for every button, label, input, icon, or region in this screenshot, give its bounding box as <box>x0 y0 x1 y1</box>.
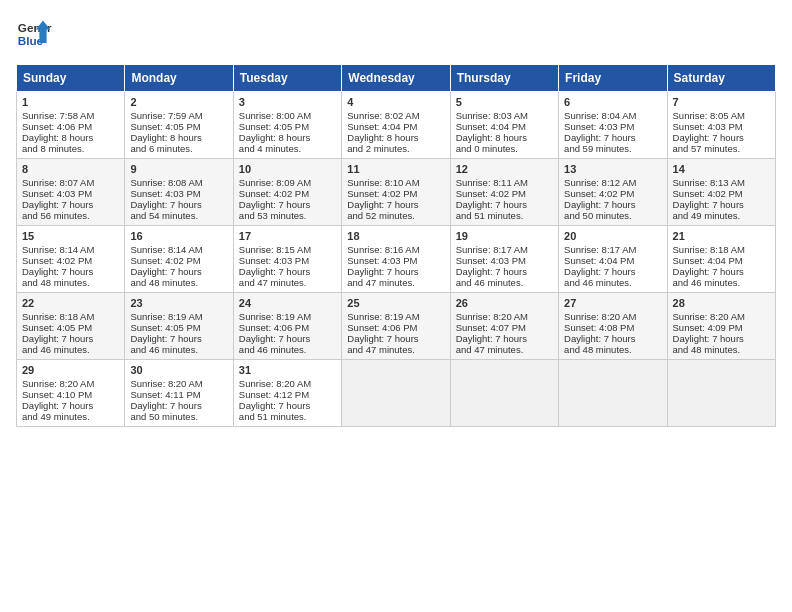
calendar-week-4: 22Sunrise: 8:18 AMSunset: 4:05 PMDayligh… <box>17 293 776 360</box>
day-number: 12 <box>456 163 553 175</box>
day-info-line: Sunset: 4:09 PM <box>673 322 770 333</box>
day-info-line: Sunrise: 8:20 AM <box>130 378 227 389</box>
day-info-line: Daylight: 7 hours <box>673 333 770 344</box>
day-info-line: Daylight: 7 hours <box>130 266 227 277</box>
calendar-cell: 27Sunrise: 8:20 AMSunset: 4:08 PMDayligh… <box>559 293 667 360</box>
calendar-cell: 9Sunrise: 8:08 AMSunset: 4:03 PMDaylight… <box>125 159 233 226</box>
day-info-line: and 51 minutes. <box>456 210 553 221</box>
day-number: 29 <box>22 364 119 376</box>
calendar-cell: 17Sunrise: 8:15 AMSunset: 4:03 PMDayligh… <box>233 226 341 293</box>
day-info-line: Sunrise: 8:04 AM <box>564 110 661 121</box>
calendar-cell: 26Sunrise: 8:20 AMSunset: 4:07 PMDayligh… <box>450 293 558 360</box>
day-number: 5 <box>456 96 553 108</box>
day-info-line: Daylight: 7 hours <box>22 400 119 411</box>
calendar-cell: 28Sunrise: 8:20 AMSunset: 4:09 PMDayligh… <box>667 293 775 360</box>
day-info-line: Daylight: 7 hours <box>564 132 661 143</box>
day-info-line: Daylight: 7 hours <box>673 266 770 277</box>
day-number: 7 <box>673 96 770 108</box>
day-info-line: Sunset: 4:11 PM <box>130 389 227 400</box>
day-info-line: Sunrise: 8:20 AM <box>22 378 119 389</box>
day-number: 4 <box>347 96 444 108</box>
calendar-cell: 10Sunrise: 8:09 AMSunset: 4:02 PMDayligh… <box>233 159 341 226</box>
calendar-cell: 4Sunrise: 8:02 AMSunset: 4:04 PMDaylight… <box>342 92 450 159</box>
day-info-line: Daylight: 7 hours <box>239 333 336 344</box>
day-info-line: Sunrise: 8:19 AM <box>239 311 336 322</box>
calendar-cell: 3Sunrise: 8:00 AMSunset: 4:05 PMDaylight… <box>233 92 341 159</box>
day-info-line: and 59 minutes. <box>564 143 661 154</box>
day-number: 17 <box>239 230 336 242</box>
calendar-cell: 16Sunrise: 8:14 AMSunset: 4:02 PMDayligh… <box>125 226 233 293</box>
calendar-cell: 15Sunrise: 8:14 AMSunset: 4:02 PMDayligh… <box>17 226 125 293</box>
calendar-cell: 19Sunrise: 8:17 AMSunset: 4:03 PMDayligh… <box>450 226 558 293</box>
day-number: 23 <box>130 297 227 309</box>
day-info-line: Sunset: 4:03 PM <box>456 255 553 266</box>
day-header-friday: Friday <box>559 65 667 92</box>
day-info-line: and 46 minutes. <box>673 277 770 288</box>
day-info-line: Sunrise: 8:10 AM <box>347 177 444 188</box>
day-info-line: Sunset: 4:02 PM <box>239 188 336 199</box>
day-info-line: and 48 minutes. <box>22 277 119 288</box>
calendar-cell <box>450 360 558 427</box>
day-info-line: and 0 minutes. <box>456 143 553 154</box>
calendar-cell: 5Sunrise: 8:03 AMSunset: 4:04 PMDaylight… <box>450 92 558 159</box>
day-info-line: Daylight: 7 hours <box>564 333 661 344</box>
day-info-line: Sunrise: 8:17 AM <box>456 244 553 255</box>
day-info-line: Sunset: 4:07 PM <box>456 322 553 333</box>
calendar-week-1: 1Sunrise: 7:58 AMSunset: 4:06 PMDaylight… <box>17 92 776 159</box>
calendar-cell: 24Sunrise: 8:19 AMSunset: 4:06 PMDayligh… <box>233 293 341 360</box>
day-header-wednesday: Wednesday <box>342 65 450 92</box>
day-info-line: Daylight: 8 hours <box>347 132 444 143</box>
day-info-line: Sunset: 4:04 PM <box>673 255 770 266</box>
day-info-line: Daylight: 7 hours <box>22 199 119 210</box>
day-info-line: Daylight: 7 hours <box>564 199 661 210</box>
day-info-line: Sunset: 4:04 PM <box>347 121 444 132</box>
day-info-line: Daylight: 7 hours <box>456 333 553 344</box>
day-info-line: Sunset: 4:06 PM <box>347 322 444 333</box>
day-info-line: Sunset: 4:02 PM <box>347 188 444 199</box>
day-info-line: Sunset: 4:05 PM <box>239 121 336 132</box>
day-info-line: Daylight: 7 hours <box>239 266 336 277</box>
day-info-line: Sunrise: 8:03 AM <box>456 110 553 121</box>
calendar-cell: 6Sunrise: 8:04 AMSunset: 4:03 PMDaylight… <box>559 92 667 159</box>
day-number: 31 <box>239 364 336 376</box>
day-info-line: Sunset: 4:05 PM <box>130 121 227 132</box>
day-info-line: and 48 minutes. <box>673 344 770 355</box>
day-info-line: Daylight: 7 hours <box>564 266 661 277</box>
day-info-line: and 47 minutes. <box>347 277 444 288</box>
day-info-line: Sunset: 4:05 PM <box>130 322 227 333</box>
day-number: 3 <box>239 96 336 108</box>
day-info-line: Daylight: 7 hours <box>347 333 444 344</box>
logo-icon: General Blue <box>16 16 52 52</box>
day-info-line: Sunrise: 8:07 AM <box>22 177 119 188</box>
day-info-line: and 47 minutes. <box>239 277 336 288</box>
day-info-line: Sunset: 4:03 PM <box>564 121 661 132</box>
day-info-line: and 49 minutes. <box>673 210 770 221</box>
day-info-line: Sunrise: 8:14 AM <box>130 244 227 255</box>
calendar-cell: 21Sunrise: 8:18 AMSunset: 4:04 PMDayligh… <box>667 226 775 293</box>
day-info-line: and 49 minutes. <box>22 411 119 422</box>
day-info-line: Sunrise: 8:11 AM <box>456 177 553 188</box>
day-info-line: and 50 minutes. <box>564 210 661 221</box>
day-info-line: Daylight: 7 hours <box>673 199 770 210</box>
day-info-line: Sunset: 4:03 PM <box>130 188 227 199</box>
day-number: 9 <box>130 163 227 175</box>
day-number: 25 <box>347 297 444 309</box>
day-info-line: Sunset: 4:02 PM <box>22 255 119 266</box>
day-info-line: Daylight: 8 hours <box>22 132 119 143</box>
day-info-line: Sunset: 4:10 PM <box>22 389 119 400</box>
day-info-line: and 52 minutes. <box>347 210 444 221</box>
day-number: 8 <box>22 163 119 175</box>
day-info-line: Daylight: 7 hours <box>239 400 336 411</box>
day-info-line: and 53 minutes. <box>239 210 336 221</box>
day-info-line: Sunrise: 8:09 AM <box>239 177 336 188</box>
day-header-thursday: Thursday <box>450 65 558 92</box>
calendar-cell: 14Sunrise: 8:13 AMSunset: 4:02 PMDayligh… <box>667 159 775 226</box>
logo: General Blue <box>16 16 52 52</box>
day-info-line: and 46 minutes. <box>456 277 553 288</box>
day-info-line: Sunrise: 8:18 AM <box>22 311 119 322</box>
day-info-line: and 51 minutes. <box>239 411 336 422</box>
day-info-line: Sunrise: 7:59 AM <box>130 110 227 121</box>
day-number: 6 <box>564 96 661 108</box>
calendar-cell: 8Sunrise: 8:07 AMSunset: 4:03 PMDaylight… <box>17 159 125 226</box>
day-info-line: Daylight: 8 hours <box>456 132 553 143</box>
